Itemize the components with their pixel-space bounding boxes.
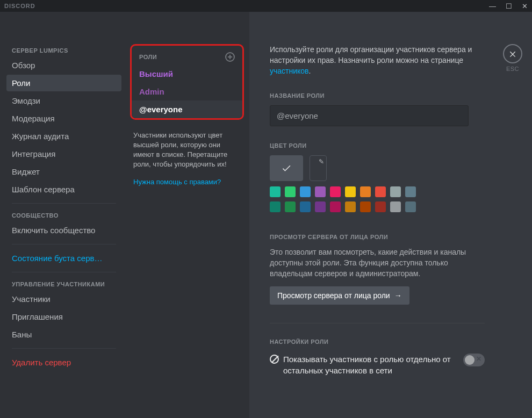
close-settings-button[interactable]	[503, 44, 522, 63]
eyedropper-icon: ✎	[319, 158, 324, 165]
color-picker-button[interactable]: ✎	[310, 155, 327, 181]
display-separately-label: Показывать участников с ролью отдельно о…	[270, 354, 455, 376]
color-swatch[interactable]	[375, 186, 386, 197]
roles-reorder-hint: Участники используют цвет высшей роли, к…	[130, 120, 244, 169]
color-swatch[interactable]	[390, 186, 401, 197]
role-settings-header: НАСТРОЙКИ РОЛИ	[270, 338, 493, 345]
sidebar-server-header: СЕРВЕР LUMPICS	[6, 44, 121, 57]
settings-sidebar: СЕРВЕР LUMPICS Обзор Роли Эмодзи Модерац…	[0, 12, 125, 418]
sidebar-item-template[interactable]: Шаблон сервера	[6, 181, 121, 198]
color-swatch[interactable]	[360, 201, 371, 212]
sidebar-item-boost-status[interactable]: Состояние буста серв…	[6, 250, 121, 266]
members-link[interactable]: участников	[270, 67, 309, 75]
color-swatch[interactable]	[270, 201, 281, 212]
prohibited-icon	[270, 355, 279, 364]
view-as-role-button-label: Просмотр сервера от лица роли	[277, 291, 390, 300]
view-as-role-header: ПРОСМОТР СЕРВЕРА ОТ ЛИЦА РОЛИ	[270, 234, 493, 240]
arrow-right-icon: →	[394, 291, 402, 300]
role-settings-content: ESC Используйте роли для организации уча…	[249, 12, 532, 418]
color-swatch[interactable]	[405, 201, 416, 212]
sidebar-item-invites[interactable]: Приглашения	[6, 308, 121, 325]
window-controls: — ☐ ✕	[489, 3, 528, 10]
color-swatch[interactable]	[345, 186, 356, 197]
role-item-everyone[interactable]: @everyone	[132, 100, 242, 118]
role-name-input[interactable]	[270, 105, 469, 126]
divider	[270, 323, 485, 323]
color-swatch[interactable]	[345, 201, 356, 212]
swatch-row	[270, 201, 493, 212]
role-item-top[interactable]: Высший	[132, 65, 242, 83]
sidebar-item-widget[interactable]: Виджет	[6, 163, 121, 180]
toggle-x-icon: ✕	[476, 355, 481, 363]
main-area: СЕРВЕР LUMPICS Обзор Роли Эмодзи Модерац…	[0, 12, 532, 418]
roles-column: РОЛИ Высший Admin @everyone Участники ис…	[125, 12, 249, 418]
color-swatch[interactable]	[330, 186, 341, 197]
role-item-admin[interactable]: Admin	[132, 83, 242, 100]
color-swatch[interactable]	[375, 201, 386, 212]
role-color-controls: ✎	[270, 155, 493, 181]
swatch-row	[270, 186, 493, 197]
close-settings-label: ESC	[503, 66, 522, 72]
color-swatch[interactable]	[390, 201, 401, 212]
color-swatch[interactable]	[285, 201, 296, 212]
sidebar-item-members[interactable]: Участники	[6, 291, 121, 307]
add-role-button[interactable]	[225, 52, 235, 62]
sidebar-item-emoji[interactable]: Эмодзи	[6, 92, 121, 109]
divider	[12, 203, 116, 204]
sidebar-item-bans[interactable]: Баны	[6, 326, 121, 343]
roles-panel-highlighted: РОЛИ Высший Admin @everyone	[130, 44, 244, 120]
sidebar-item-roles[interactable]: Роли	[6, 75, 121, 91]
sidebar-item-delete-server[interactable]: Удалить сервер	[6, 354, 121, 371]
color-swatch[interactable]	[315, 186, 326, 197]
color-default-swatch[interactable]	[270, 155, 303, 181]
color-swatch[interactable]	[270, 186, 281, 197]
maximize-button[interactable]: ☐	[506, 3, 512, 10]
divider	[12, 244, 116, 244]
minimize-button[interactable]: —	[489, 3, 496, 10]
view-as-role-desc: Это позволит вам посмотреть, какие дейст…	[270, 247, 485, 279]
color-swatch[interactable]	[315, 201, 326, 212]
role-color-label: ЦВЕТ РОЛИ	[270, 142, 493, 149]
view-as-role-button[interactable]: Просмотр сервера от лица роли →	[270, 286, 409, 305]
roles-help-link[interactable]: Нужна помощь с правами?	[130, 169, 244, 186]
sidebar-members-header: УПРАВЛЕНИЕ УЧАСТНИКАМИ	[6, 278, 121, 291]
color-swatch[interactable]	[330, 201, 341, 212]
intro-post: .	[309, 67, 311, 75]
color-swatch-grid	[270, 186, 493, 212]
sidebar-item-overview[interactable]: Обзор	[6, 57, 121, 74]
close-settings-wrap: ESC	[503, 44, 522, 72]
close-window-button[interactable]: ✕	[522, 3, 528, 10]
role-name-label: НАЗВАНИЕ РОЛИ	[270, 92, 493, 99]
close-icon	[508, 49, 517, 58]
color-swatch[interactable]	[300, 186, 311, 197]
color-swatch[interactable]	[405, 186, 416, 197]
color-swatch[interactable]	[285, 186, 296, 197]
divider	[12, 348, 116, 349]
roles-intro-text: Используйте роли для организации участни…	[270, 44, 493, 76]
display-separately-text: Показывать участников с ролью отдельно о…	[283, 354, 455, 376]
check-icon	[281, 163, 292, 174]
display-separately-toggle[interactable]: ✕	[463, 354, 485, 366]
color-swatch[interactable]	[360, 186, 371, 197]
roles-header-title: РОЛИ	[139, 54, 157, 60]
color-swatch[interactable]	[300, 201, 311, 212]
sidebar-item-enable-community[interactable]: Включить сообщество	[6, 222, 121, 239]
sidebar-item-integration[interactable]: Интеграция	[6, 146, 121, 162]
sidebar-community-header: СООБЩЕСТВО	[6, 209, 121, 222]
app-window: DISCORD — ☐ ✕ СЕРВЕР LUMPICS Обзор Роли …	[0, 0, 532, 418]
titlebar: DISCORD — ☐ ✕	[0, 0, 532, 12]
display-separately-setting: Показывать участников с ролью отдельно о…	[270, 354, 485, 376]
sidebar-item-audit[interactable]: Журнал аудита	[6, 128, 121, 145]
app-brand: DISCORD	[4, 3, 35, 9]
roles-header: РОЛИ	[132, 46, 242, 65]
divider	[12, 272, 116, 272]
sidebar-item-moderation[interactable]: Модерация	[6, 110, 121, 127]
intro-pre: Используйте роли для организации участни…	[270, 45, 472, 64]
